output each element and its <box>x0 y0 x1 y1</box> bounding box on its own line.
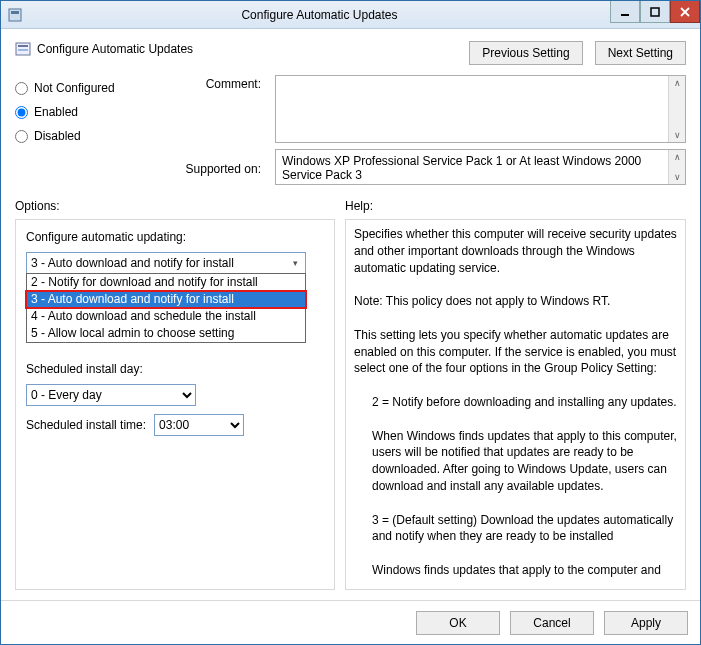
cancel-button[interactable]: Cancel <box>510 611 594 635</box>
radio-disabled[interactable]: Disabled <box>15 129 155 143</box>
help-text[interactable]: Specifies whether this computer will rec… <box>346 220 685 589</box>
apply-button[interactable]: Apply <box>604 611 688 635</box>
state-row: Not Configured Enabled Disabled Comment:… <box>15 75 686 187</box>
time-dropdown[interactable]: 03:00 <box>154 414 244 436</box>
help-panel: Specifies whether this computer will rec… <box>345 219 686 590</box>
dialog-window: Configure Automatic Updates Configure Au… <box>0 0 701 645</box>
help-column: Help: Specifies whether this computer wi… <box>345 199 686 590</box>
options-label: Options: <box>15 199 335 213</box>
options-panel: Configure automatic updating: 3 - Auto d… <box>15 219 335 590</box>
configure-selected: 3 - Auto download and notify for install <box>31 256 234 270</box>
next-setting-button[interactable]: Next Setting <box>595 41 686 65</box>
comment-scrollbar[interactable]: ∧∨ <box>668 76 685 142</box>
window-title: Configure Automatic Updates <box>29 8 610 22</box>
policy-icon <box>15 41 31 57</box>
day-dropdown[interactable]: 0 - Every day <box>26 384 196 406</box>
options-column: Options: Configure automatic updating: 3… <box>15 199 335 590</box>
comment-label: Comment: <box>165 75 265 145</box>
supported-scrollbar[interactable]: ∧∨ <box>668 150 685 184</box>
svg-rect-0 <box>9 9 21 21</box>
svg-rect-7 <box>18 45 28 47</box>
supported-label: Supported on: <box>165 151 265 187</box>
chevron-down-icon: ▾ <box>287 255 303 271</box>
ok-button[interactable]: OK <box>416 611 500 635</box>
configure-option-4[interactable]: 4 - Auto download and schedule the insta… <box>27 308 305 325</box>
titlebar[interactable]: Configure Automatic Updates <box>1 1 700 29</box>
configure-option-2[interactable]: 2 - Notify for download and notify for i… <box>27 274 305 291</box>
supported-text: Windows XP Professional Service Pack 1 o… <box>276 150 668 184</box>
maximize-button[interactable] <box>640 1 670 23</box>
client-area: Configure Automatic Updates Previous Set… <box>1 29 700 600</box>
configure-label: Configure automatic updating: <box>26 230 324 244</box>
configure-dropdown-list[interactable]: 2 - Notify for download and notify for i… <box>26 273 306 343</box>
close-button[interactable] <box>670 1 700 23</box>
svg-rect-3 <box>651 8 659 16</box>
time-label: Scheduled install time: <box>26 418 146 432</box>
app-icon <box>7 7 23 23</box>
configure-option-3[interactable]: 3 - Auto download and notify for install <box>27 291 305 308</box>
day-label: Scheduled install day: <box>26 362 324 376</box>
footer: OK Cancel Apply <box>1 600 700 644</box>
configure-option-5[interactable]: 5 - Allow local admin to choose setting <box>27 325 305 342</box>
window-buttons <box>610 1 700 28</box>
svg-rect-8 <box>18 49 28 51</box>
svg-rect-1 <box>11 11 19 14</box>
header-title: Configure Automatic Updates <box>37 42 193 56</box>
previous-setting-button[interactable]: Previous Setting <box>469 41 582 65</box>
radio-enabled[interactable]: Enabled <box>15 105 155 119</box>
panels: Options: Configure automatic updating: 3… <box>15 199 686 590</box>
header-row: Configure Automatic Updates Previous Set… <box>15 41 686 65</box>
help-label: Help: <box>345 199 686 213</box>
configure-dropdown[interactable]: 3 - Auto download and notify for install… <box>26 252 324 274</box>
supported-field-wrap: Windows XP Professional Service Pack 1 o… <box>275 149 686 185</box>
comment-field[interactable] <box>276 76 668 142</box>
minimize-button[interactable] <box>610 1 640 23</box>
radio-not-configured[interactable]: Not Configured <box>15 81 155 95</box>
comment-field-wrap: ∧∨ <box>275 75 686 143</box>
